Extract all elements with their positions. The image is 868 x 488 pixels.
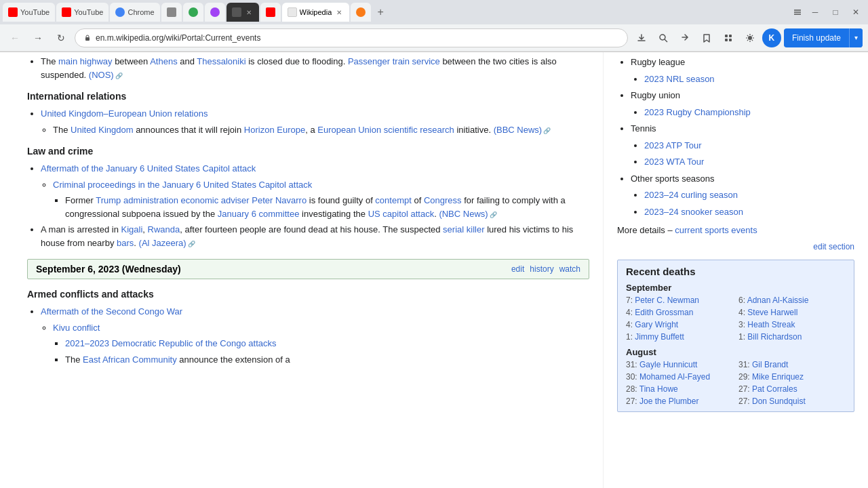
mike-enriquez-link[interactable]: Mike Enriquez: [752, 372, 804, 382]
nos-link[interactable]: (NOS): [89, 70, 123, 80]
tina-howe-link[interactable]: Tina Howe: [639, 384, 678, 394]
nrl-link[interactable]: 2023 NRL season: [644, 74, 715, 84]
tab-9-wiki[interactable]: Wikipedia ✕: [282, 3, 350, 22]
gary-wright-link[interactable]: Gary Wright: [635, 320, 678, 329]
athens-link[interactable]: Athens: [150, 56, 177, 66]
don-sundquist-link[interactable]: Don Sundquist: [752, 396, 806, 406]
jan6-criminal-link[interactable]: Criminal proceedings in the January 6 Un…: [53, 180, 312, 190]
al-jazeera-link[interactable]: (Al Jazeera): [139, 238, 195, 248]
nav-bar: ← → ↻ en.m.wikipedia.org/wiki/Portal:Cur…: [0, 24, 868, 52]
peter-newman-link[interactable]: Peter C. Newman: [635, 296, 699, 305]
capitol-attack-link[interactable]: US capitol attack: [368, 209, 435, 219]
nbc-news-link[interactable]: (NBC News): [439, 209, 496, 219]
close-button[interactable]: ✕: [846, 3, 865, 22]
rugby-union-sub: 2023 Rugby Championship: [631, 106, 854, 119]
pat-corrales-link[interactable]: Pat Corrales: [752, 384, 797, 394]
tab-4[interactable]: [161, 3, 182, 22]
rwanda-link[interactable]: Rwanda: [148, 224, 180, 235]
tab-5[interactable]: [183, 3, 203, 22]
tab-6[interactable]: [205, 3, 225, 22]
tab-1[interactable]: YouTube: [3, 3, 55, 22]
finish-update-dropdown[interactable]: ▾: [849, 28, 863, 47]
minimize-button[interactable]: ─: [806, 3, 825, 22]
extensions-button[interactable]: [719, 28, 738, 47]
contempt-link[interactable]: contempt: [375, 195, 411, 205]
svg-rect-4: [729, 35, 732, 37]
date-section: September 6, 2023 (Wednesday) edit histo…: [27, 259, 589, 279]
jan6-aftermath-link[interactable]: Aftermath of the January 6 United States…: [41, 163, 256, 174]
august-header: August: [626, 347, 846, 357]
search-button[interactable]: [654, 28, 673, 47]
tab-3[interactable]: Chrome: [110, 3, 159, 22]
address-bar[interactable]: en.m.wikipedia.org/wiki/Portal:Current_e…: [75, 28, 628, 47]
tab-7[interactable]: ✕: [226, 3, 259, 22]
tab-title-1: YouTube: [20, 8, 50, 16]
edith-grossman-link[interactable]: Edith Grossman: [635, 308, 693, 317]
thessaloniki-link[interactable]: Thessaloniki: [197, 56, 245, 66]
kigali-link[interactable]: Kigali: [121, 224, 143, 235]
horizon-europe-link[interactable]: Horizon Europe: [244, 125, 305, 135]
bbc-news-link[interactable]: (BBC News): [494, 125, 551, 135]
tab-title-9: Wikipedia: [300, 8, 332, 16]
finish-update-button[interactable]: Finish update: [784, 29, 849, 47]
drc-attacks-link[interactable]: 2021–2023 Democratic Republic of the Con…: [65, 338, 276, 348]
east-african-link[interactable]: East African Community: [83, 354, 177, 365]
tab-bar: YouTube YouTube Chrome ✕ Wikipedia: [0, 0, 868, 24]
uk-link[interactable]: United Kingdom: [71, 125, 134, 135]
edit-section-link[interactable]: edit section: [813, 242, 854, 251]
share-button[interactable]: [675, 28, 694, 47]
wta-link[interactable]: 2023 WTA Tour: [644, 157, 704, 167]
back-button[interactable]: ←: [5, 28, 24, 47]
jimmy-buffett-link[interactable]: Jimmy Buffett: [635, 332, 684, 342]
history-link[interactable]: history: [530, 264, 553, 274]
atp-link[interactable]: 2023 ATP Tour: [644, 140, 702, 150]
reload-button[interactable]: ↻: [52, 28, 71, 47]
uk-eu-relations-link[interactable]: United Kingdom–European Union relations: [41, 108, 208, 119]
tab-close-9[interactable]: ✕: [334, 7, 344, 17]
watch-link[interactable]: watch: [559, 264, 580, 274]
death-sept-1: 7: Peter C. Newman: [626, 296, 733, 305]
navarro-link[interactable]: Trump administration economic adviser Pe…: [96, 195, 307, 205]
jan6-committee-link[interactable]: January 6 committee: [218, 209, 300, 219]
snooker-link[interactable]: 2023–24 snooker season: [644, 207, 743, 217]
download-button[interactable]: [632, 28, 651, 47]
gil-brandt-link[interactable]: Gil Brandt: [752, 360, 788, 369]
tab-favicon-2: [62, 7, 71, 17]
tab-overflow-button[interactable]: [791, 5, 804, 19]
tab-8[interactable]: [260, 3, 281, 22]
profile-button[interactable]: K: [762, 28, 781, 47]
mohamed-al-fayed-link[interactable]: Mohamed Al-Fayed: [639, 372, 710, 382]
bill-richardson-link[interactable]: Bill Richardson: [747, 332, 802, 342]
eu-sci-link[interactable]: European Union scientific research: [317, 125, 454, 135]
maximize-button[interactable]: □: [826, 3, 845, 22]
svg-rect-6: [729, 39, 732, 41]
new-tab-button[interactable]: +: [372, 4, 389, 20]
serial-killer-link[interactable]: serial killer: [443, 224, 484, 235]
settings-button[interactable]: [741, 28, 760, 47]
adnan-link[interactable]: Adnan Al-Kaissie: [747, 296, 809, 305]
current-sports-events-link[interactable]: current sports events: [675, 225, 757, 235]
death-aug-2: 31: Gil Brandt: [738, 360, 846, 369]
tab-close-7[interactable]: ✕: [244, 7, 254, 17]
bookmark-button[interactable]: [697, 28, 716, 47]
heath-streak-link[interactable]: Heath Streak: [747, 320, 795, 329]
tab-10[interactable]: [351, 3, 371, 22]
death-sept-2: 6: Adnan Al-Kaissie: [738, 296, 846, 305]
second-congo-war-link[interactable]: Aftermath of the Second Congo War: [41, 306, 182, 317]
rugby-championship-link[interactable]: 2023 Rugby Championship: [644, 107, 751, 117]
intl-relations-list: United Kingdom–European Union relations …: [27, 107, 589, 136]
tab-2[interactable]: YouTube: [56, 3, 108, 22]
september-header: September: [626, 283, 846, 293]
bars-link[interactable]: bars: [117, 238, 134, 248]
steve-harwell-link[interactable]: Steve Harwell: [747, 308, 797, 317]
edit-link[interactable]: edit: [511, 264, 524, 274]
gayle-hunnicutt-link[interactable]: Gayle Hunnicutt: [639, 360, 697, 369]
congress-link[interactable]: Congress: [424, 195, 462, 205]
passenger-train-link[interactable]: Passenger train service: [348, 56, 440, 66]
main-highway-link[interactable]: main highway: [58, 56, 113, 66]
kivu-conflict-link[interactable]: Kivu conflict: [53, 323, 100, 333]
forward-button[interactable]: →: [28, 28, 47, 47]
joe-plumber-link[interactable]: Joe the Plumber: [639, 396, 698, 406]
tennis-item: Tennis 2023 ATP Tour 2023 WTA Tour: [631, 122, 854, 169]
curling-link[interactable]: 2023–24 curling season: [644, 190, 738, 200]
